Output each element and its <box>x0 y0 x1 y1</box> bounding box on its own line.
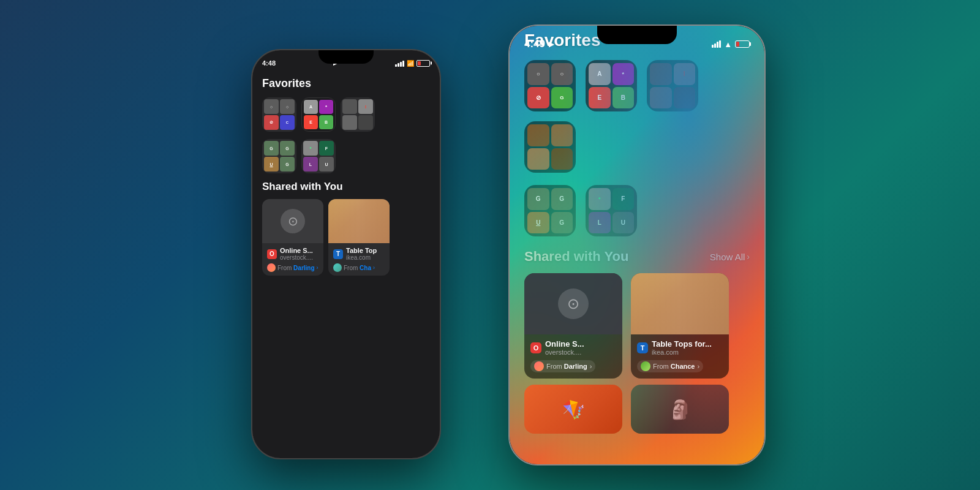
bottom-card-kite[interactable]: 🪁 <box>524 385 622 434</box>
front-shared-card-1[interactable]: ⊙ O Online S... overstock.... <box>524 273 622 379</box>
battery-icon-back <box>417 60 430 67</box>
location-icon-front: ▶ <box>549 40 554 48</box>
shared-card-1-back[interactable]: ⊙ O Online S... overstock.... <box>262 199 323 276</box>
kite-emoji: 🪁 <box>562 399 585 420</box>
folder-5-back[interactable]: * F L U <box>301 139 336 173</box>
card-url-1: overstock.... <box>280 254 313 261</box>
app-icon <box>342 99 357 114</box>
front-card-url-1: overstock.... <box>545 349 584 356</box>
card-image-wood <box>328 199 390 243</box>
phones-container: 4:48 ▶ 📶 <box>214 12 766 478</box>
app-icon: L <box>303 157 318 172</box>
shared-title-back: Shared with You <box>262 181 430 193</box>
app-icon: ○ <box>264 99 279 114</box>
favorites-title-back: Favorites <box>262 77 430 90</box>
app-icon <box>358 115 373 130</box>
notch-front <box>597 26 677 44</box>
app-icon: G <box>264 141 279 156</box>
front-card-from-1[interactable]: From Darling › <box>530 360 595 372</box>
from-label-front-2: From Chance <box>653 363 695 370</box>
card-info-2: T Table Top ikea.com From Cha › <box>328 243 390 276</box>
bar2 <box>398 63 399 67</box>
card-site-row-1: O Online S... overstock.... <box>267 247 318 261</box>
time-back: 4:48 <box>262 59 276 67</box>
avatar-chance-front <box>641 361 650 371</box>
app-icon: U <box>264 157 279 172</box>
app-icon: B <box>319 115 333 129</box>
shared-cards-back: ⊙ O Online S... overstock.... <box>262 199 430 276</box>
card-site-row-2: T Table Top ikea.com <box>333 247 385 261</box>
bar4 <box>402 61 404 67</box>
site-favicon-1: O <box>267 249 277 259</box>
shared-card-2-back[interactable]: T Table Top ikea.com From Cha › <box>328 199 390 276</box>
bar4-front <box>719 40 721 48</box>
app-icon: ⊘ <box>264 115 279 130</box>
from-label-2: From Cha <box>344 265 371 271</box>
front-card-title-1: Online S... <box>545 339 584 349</box>
from-label-front-1: From Darling <box>546 363 587 370</box>
wifi-icon-front: ▲ <box>724 40 732 49</box>
compass-icon: ⊙ <box>281 209 305 233</box>
signal-bars-back <box>395 59 404 67</box>
card-image-dark: ⊙ <box>262 199 323 243</box>
app-icon: G <box>280 157 295 172</box>
folder-4-back[interactable]: G G U G <box>262 139 296 173</box>
from-label-1: From Darling <box>277 265 315 271</box>
time-front: 4:49 <box>524 38 545 50</box>
front-site-favicon-1: O <box>530 342 541 353</box>
card-title-2: Table Top <box>346 247 377 254</box>
status-icons-front: ▲ <box>712 40 750 49</box>
iphone-back-screen: 4:48 ▶ 📶 <box>252 50 440 458</box>
folder-1-back[interactable]: ○ ○ ⊘ C <box>262 97 296 132</box>
iphone-front: 4:49 ▶ ▲ <box>508 24 766 466</box>
avatar-cha <box>333 263 342 272</box>
avatar-darling-front <box>534 361 544 371</box>
app-grid-row1-back: ○ ○ ⊘ C A * E B <box>262 97 430 132</box>
front-shared-cards: ⊙ O Online S... overstock.... <box>524 273 750 379</box>
card-url-2: ikea.com <box>346 254 377 261</box>
wood-texture <box>328 199 390 243</box>
front-site-favicon-2: T <box>637 342 648 353</box>
app-icon: U <box>319 157 334 172</box>
bar1-front <box>712 45 714 48</box>
iphone-front-screen: 4:49 ▶ ▲ <box>510 26 764 464</box>
app-icon: C <box>280 115 295 130</box>
status-icons-back: 📶 <box>395 59 430 67</box>
front-card-image-dark: ⊙ <box>524 273 622 334</box>
card-title-1: Online S... <box>280 247 313 254</box>
app-icon <box>342 115 357 130</box>
screen-vivid: 4:49 ▶ ▲ <box>510 26 764 464</box>
card-info-1: O Online S... overstock.... From Darling <box>262 243 323 276</box>
bar1 <box>395 64 397 67</box>
from-name-2: Cha <box>360 265 371 271</box>
battery-fill <box>418 61 421 66</box>
avatar-darling <box>267 263 276 272</box>
signal-bars-front <box>712 40 721 48</box>
bar3-front <box>717 42 718 48</box>
app-icon: * <box>303 141 318 156</box>
front-card-title-2: Table Tops for... <box>652 339 712 349</box>
card-from-1: From Darling › <box>267 263 318 272</box>
bar2-front <box>714 43 716 48</box>
front-card-url-2: ikea.com <box>652 349 712 356</box>
front-card-info-1: O Online S... overstock.... From Darling <box>524 334 622 379</box>
app-grid-row2-back: G G U G * F L U <box>262 139 430 173</box>
app-icon: A <box>304 100 318 114</box>
front-card-from-2[interactable]: From Chance › <box>637 360 703 372</box>
app-icon: F <box>319 141 334 156</box>
app-icon: I <box>358 99 373 114</box>
folder-2-back[interactable]: A * E B <box>301 97 336 132</box>
back-screen-content: Favorites ○ ○ ⊘ C A * <box>252 72 440 281</box>
app-icon: ○ <box>280 99 295 114</box>
from-name-1: Darling <box>293 265 314 271</box>
app-icon: E <box>304 115 318 129</box>
front-shared-card-2[interactable]: T Table Tops for... ikea.com From Chance <box>631 273 729 379</box>
app-icon: * <box>319 100 333 114</box>
folder-3-back[interactable]: I <box>341 97 375 132</box>
card-from-2: From Cha › <box>333 263 385 272</box>
screen-dark: 4:48 ▶ 📶 <box>252 50 440 458</box>
front-card-image-wood <box>631 273 729 334</box>
iphone-back: 4:48 ▶ 📶 <box>251 49 441 459</box>
notch-back <box>318 50 374 64</box>
front-card-info-2: T Table Tops for... ikea.com From Chance <box>631 334 729 379</box>
